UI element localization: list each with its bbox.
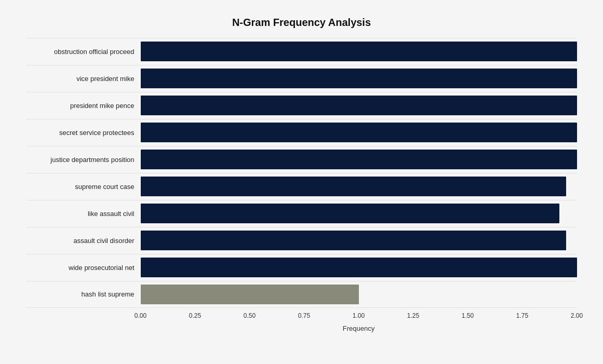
- bar-fill: [141, 150, 577, 169]
- x-tick: 0.25: [188, 312, 203, 319]
- bar-track: [141, 42, 577, 61]
- bar-fill: [141, 177, 566, 196]
- bar-row: secret service protectees: [26, 119, 577, 146]
- bar-fill: [141, 204, 559, 223]
- bar-label: assault civil disorder: [26, 237, 141, 245]
- bar-label: justice departments position: [26, 156, 141, 164]
- bar-track: [141, 177, 577, 196]
- bar-row: wide prosecutorial net: [26, 254, 577, 281]
- bar-label: hash list supreme: [26, 290, 141, 298]
- chart-container: N-Gram Frequency Analysis obstruction of…: [16, 6, 587, 358]
- x-tick: 1.00: [352, 312, 366, 319]
- bar-fill: [141, 69, 577, 88]
- bar-fill: [141, 285, 359, 304]
- bar-row: hash list supreme: [26, 281, 577, 308]
- bar-fill: [141, 123, 577, 142]
- bar-label: secret service protectees: [26, 129, 141, 137]
- bar-row: obstruction official proceed: [26, 38, 577, 65]
- bar-row: president mike pence: [26, 92, 577, 119]
- bar-row: assault civil disorder: [26, 227, 577, 254]
- bar-row: vice president mike: [26, 65, 577, 92]
- bar-label: like assault civil: [26, 210, 141, 218]
- x-tick: 0.75: [297, 312, 312, 319]
- bar-fill: [141, 258, 577, 277]
- x-tick: 2.00: [570, 312, 584, 319]
- chart-title: N-Gram Frequency Analysis: [26, 17, 577, 29]
- x-tick: 0.50: [243, 312, 257, 319]
- bar-fill: [141, 231, 566, 250]
- chart-area: obstruction official proceedvice preside…: [26, 38, 577, 308]
- bar-label: vice president mike: [26, 75, 141, 83]
- x-tick: 0.00: [133, 312, 148, 319]
- bar-track: [141, 204, 577, 223]
- bar-track: [141, 231, 577, 250]
- bar-track: [141, 258, 577, 277]
- x-tick: 1.25: [406, 312, 421, 319]
- x-axis: 0.000.250.500.751.001.251.501.752.00: [141, 312, 577, 322]
- x-tick: 1.50: [461, 312, 475, 319]
- bar-track: [141, 150, 577, 169]
- x-tick: 1.75: [515, 312, 530, 319]
- bar-row: like assault civil: [26, 200, 577, 227]
- bar-track: [141, 69, 577, 88]
- bar-fill: [141, 96, 577, 115]
- x-axis-label: Frequency: [141, 325, 577, 332]
- bar-track: [141, 123, 577, 142]
- bar-row: supreme court case: [26, 173, 577, 200]
- bar-label: obstruction official proceed: [26, 48, 141, 56]
- bar-row: justice departments position: [26, 146, 577, 173]
- bar-track: [141, 285, 577, 304]
- bar-label: supreme court case: [26, 183, 141, 191]
- bar-label: president mike pence: [26, 102, 141, 110]
- bar-fill: [141, 42, 577, 61]
- bar-track: [141, 96, 577, 115]
- bar-label: wide prosecutorial net: [26, 264, 141, 272]
